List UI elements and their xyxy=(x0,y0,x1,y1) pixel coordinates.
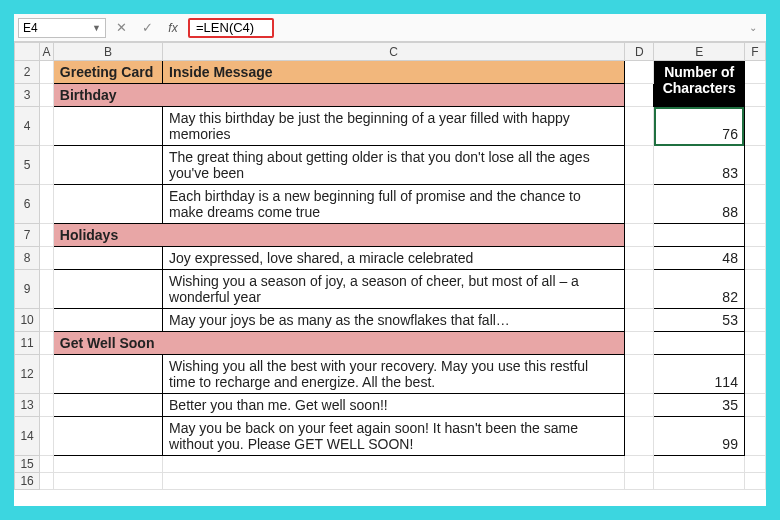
row-header[interactable]: 12 xyxy=(15,355,40,394)
select-all-corner[interactable] xyxy=(15,43,40,61)
row-header[interactable]: 4 xyxy=(15,107,40,146)
header-inside: Inside Message xyxy=(163,61,625,84)
worksheet[interactable]: A B C D E F 2 Greeting Card Inside Messa… xyxy=(14,42,766,506)
check-icon[interactable]: ✓ xyxy=(136,18,158,38)
col-header[interactable]: D xyxy=(625,43,654,61)
cell-e6[interactable]: 88 xyxy=(654,185,744,224)
cell-e10[interactable]: 53 xyxy=(654,309,744,332)
col-header[interactable]: E xyxy=(654,43,744,61)
header-numchars: Number ofCharacters xyxy=(654,61,744,107)
header-greeting: Greeting Card xyxy=(53,61,162,84)
row-header[interactable]: 14 xyxy=(15,417,40,456)
row-header[interactable]: 10 xyxy=(15,309,40,332)
cell-e14[interactable]: 99 xyxy=(654,417,744,456)
cell-c5[interactable]: The great thing about getting older is t… xyxy=(163,146,625,185)
cell-e4[interactable]: 76 xyxy=(654,107,744,146)
category-holidays: Holidays xyxy=(53,224,624,247)
row-header[interactable]: 11 xyxy=(15,332,40,355)
formula-bar: E4 ▼ ✕ ✓ fx =LEN(C4) ⌄ xyxy=(14,14,766,42)
excel-window: E4 ▼ ✕ ✓ fx =LEN(C4) ⌄ A B C D E F 2 xyxy=(14,14,766,506)
row-header[interactable]: 6 xyxy=(15,185,40,224)
cell-c9[interactable]: Wishing you a season of joy, a season of… xyxy=(163,270,625,309)
cell-e12[interactable]: 114 xyxy=(654,355,744,394)
grid: A B C D E F 2 Greeting Card Inside Messa… xyxy=(14,42,766,490)
row-header[interactable]: 5 xyxy=(15,146,40,185)
cell-c12[interactable]: Wishing you all the best with your recov… xyxy=(163,355,625,394)
formula-input[interactable]: =LEN(C4) xyxy=(188,18,274,38)
cell-c13[interactable]: Better you than me. Get well soon!! xyxy=(163,394,625,417)
cell-c10[interactable]: May your joys be as many as the snowflak… xyxy=(163,309,625,332)
cell-e8[interactable]: 48 xyxy=(654,247,744,270)
fx-icon[interactable]: fx xyxy=(162,18,184,38)
category-getwell: Get Well Soon xyxy=(53,332,624,355)
row-header[interactable]: 16 xyxy=(15,473,40,490)
col-header[interactable]: F xyxy=(744,43,765,61)
col-header[interactable]: A xyxy=(40,43,54,61)
name-box-value: E4 xyxy=(23,21,38,35)
cell-c14[interactable]: May you be back on your feet again soon!… xyxy=(163,417,625,456)
row-header[interactable]: 15 xyxy=(15,456,40,473)
cell-c6[interactable]: Each birthday is a new beginning full of… xyxy=(163,185,625,224)
expand-formula-icon[interactable]: ⌄ xyxy=(744,18,762,38)
formula-text: =LEN(C4) xyxy=(196,20,254,35)
category-birthday: Birthday xyxy=(53,84,624,107)
col-header[interactable]: B xyxy=(53,43,162,61)
cancel-icon[interactable]: ✕ xyxy=(110,18,132,38)
row-header[interactable]: 9 xyxy=(15,270,40,309)
cell-c4[interactable]: May this birthday be just the beginning … xyxy=(163,107,625,146)
row-header[interactable]: 3 xyxy=(15,84,40,107)
row-header[interactable]: 2 xyxy=(15,61,40,84)
name-box[interactable]: E4 ▼ xyxy=(18,18,106,38)
row-header[interactable]: 13 xyxy=(15,394,40,417)
cell-e9[interactable]: 82 xyxy=(654,270,744,309)
chevron-down-icon[interactable]: ▼ xyxy=(92,23,101,33)
col-header[interactable]: C xyxy=(163,43,625,61)
row-header[interactable]: 7 xyxy=(15,224,40,247)
cell-e13[interactable]: 35 xyxy=(654,394,744,417)
cell-c8[interactable]: Joy expressed, love shared, a miracle ce… xyxy=(163,247,625,270)
cell-e5[interactable]: 83 xyxy=(654,146,744,185)
row-header[interactable]: 8 xyxy=(15,247,40,270)
